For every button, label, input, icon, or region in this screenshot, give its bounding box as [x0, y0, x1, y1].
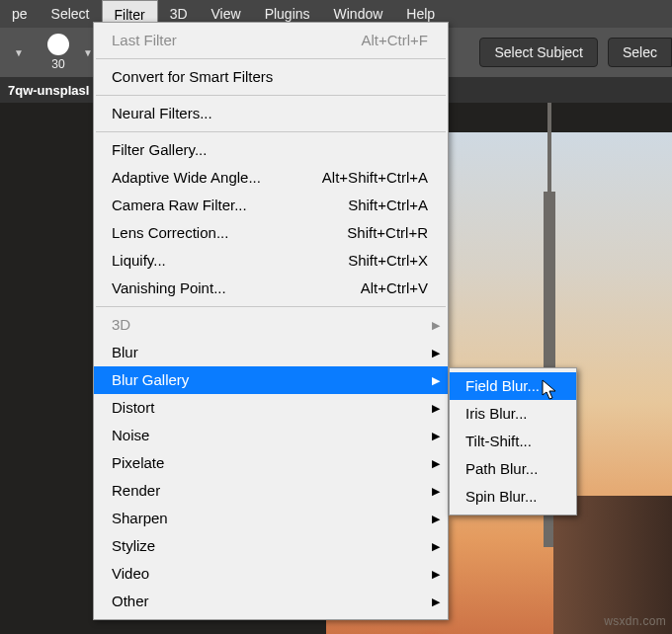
- chevron-right-icon: ▶: [432, 369, 440, 391]
- brush-size-label: 30: [51, 57, 64, 71]
- menu-item-label: Neural Filters...: [112, 103, 212, 124]
- menu-item-label: Filter Gallery...: [112, 139, 207, 161]
- blur-gallery-submenu: Field Blur...Iris Blur...Tilt-Shift...Pa…: [449, 367, 577, 515]
- filter-menu-item-liquify-[interactable]: Liquify...Shift+Ctrl+X: [94, 247, 448, 275]
- brush-preset[interactable]: 30: [47, 34, 69, 71]
- menu-separator: [96, 131, 446, 132]
- filter-menu-item-3d: 3D▶: [94, 311, 448, 339]
- menu-item-label: Other: [112, 591, 149, 612]
- chevron-down-icon[interactable]: ▼: [14, 47, 24, 58]
- filter-menu-item-filter-gallery-[interactable]: Filter Gallery...: [94, 136, 448, 164]
- menu-item-label: Blur: [112, 342, 138, 363]
- menu-item-label: Adaptive Wide Angle...: [112, 167, 261, 189]
- menu-item-shortcut: Alt+Ctrl+V: [361, 277, 428, 299]
- menu-item-label: Video: [112, 563, 149, 585]
- filter-menu-item-vanishing-point-[interactable]: Vanishing Point...Alt+Ctrl+V: [94, 275, 448, 302]
- filter-menu-item-camera-raw-filter-[interactable]: Camera Raw Filter...Shift+Ctrl+A: [94, 192, 448, 219]
- menu-item-label: Liquify...: [112, 250, 166, 272]
- filter-menu-item-lens-correction-[interactable]: Lens Correction...Shift+Ctrl+R: [94, 219, 448, 247]
- brush-preview-icon: [47, 34, 69, 55]
- filter-menu-item-distort[interactable]: Distort▶: [94, 394, 448, 422]
- menu-item-label: Noise: [112, 425, 149, 446]
- filter-menu-dropdown: Last FilterAlt+Ctrl+FConvert for Smart F…: [93, 22, 449, 620]
- filter-menu-item-blur-gallery[interactable]: Blur Gallery▶: [94, 366, 448, 394]
- filter-menu-item-other[interactable]: Other▶: [94, 588, 448, 615]
- chevron-right-icon: ▶: [432, 314, 440, 336]
- menu-item-shortcut: Shift+Ctrl+X: [348, 250, 428, 272]
- menu-item-label: Sharpen: [112, 508, 168, 529]
- filter-menu-item-video[interactable]: Video▶: [94, 560, 448, 588]
- menu-item-shortcut: Alt+Shift+Ctrl+A: [322, 167, 428, 189]
- submenu-item-spin-blur-[interactable]: Spin Blur...: [450, 483, 576, 511]
- chevron-right-icon: ▶: [432, 452, 440, 474]
- filter-menu-item-noise[interactable]: Noise▶: [94, 422, 448, 449]
- menu-item-label: Distort: [112, 397, 154, 419]
- submenu-item-path-blur-[interactable]: Path Blur...: [450, 455, 576, 483]
- submenu-item-iris-blur-[interactable]: Iris Blur...: [450, 400, 576, 428]
- document-tab[interactable]: 7qw-unsplasl: [2, 79, 95, 102]
- filter-menu-item-convert-for-smart-filters[interactable]: Convert for Smart Filters: [94, 63, 448, 91]
- submenu-item-tilt-shift-[interactable]: Tilt-Shift...: [450, 428, 576, 455]
- menu-item-label: Render: [112, 480, 160, 502]
- menu-item-shortcut: Alt+Ctrl+F: [361, 30, 428, 51]
- filter-menu-item-neural-filters-[interactable]: Neural Filters...: [94, 100, 448, 127]
- chevron-right-icon: ▶: [432, 563, 440, 585]
- filter-menu-item-pixelate[interactable]: Pixelate▶: [94, 449, 448, 477]
- menu-separator: [96, 306, 446, 307]
- menu-item-label: Last Filter: [112, 30, 177, 51]
- submenu-item-field-blur-[interactable]: Field Blur...: [450, 372, 576, 400]
- select-and-mask-button[interactable]: Selec: [608, 38, 672, 67]
- menu-item-label: Camera Raw Filter...: [112, 195, 247, 216]
- chevron-right-icon: ▶: [432, 342, 440, 363]
- filter-menu-item-render[interactable]: Render▶: [94, 477, 448, 505]
- select-subject-button[interactable]: Select Subject: [479, 38, 598, 67]
- menu-item-label: Pixelate: [112, 452, 164, 474]
- filter-menu-item-sharpen[interactable]: Sharpen▶: [94, 505, 448, 532]
- menu-item-label: Convert for Smart Filters: [112, 66, 273, 88]
- menu-separator: [96, 95, 446, 96]
- menubar-item-type[interactable]: pe: [0, 0, 40, 28]
- chevron-right-icon: ▶: [432, 480, 440, 502]
- menu-item-label: 3D: [112, 314, 130, 336]
- menu-separator: [96, 58, 446, 59]
- filter-menu-item-adaptive-wide-angle-[interactable]: Adaptive Wide Angle...Alt+Shift+Ctrl+A: [94, 164, 448, 192]
- menu-item-label: Blur Gallery: [112, 369, 189, 391]
- menu-item-label: Stylize: [112, 535, 155, 557]
- watermark: wsxdn.com: [604, 614, 666, 628]
- menu-item-label: Vanishing Point...: [112, 277, 226, 299]
- chevron-right-icon: ▶: [432, 535, 440, 557]
- chevron-right-icon: ▶: [432, 591, 440, 612]
- chevron-right-icon: ▶: [432, 425, 440, 446]
- menu-item-shortcut: Shift+Ctrl+A: [348, 195, 428, 216]
- filter-menu-item-last-filter: Last FilterAlt+Ctrl+F: [94, 27, 448, 54]
- chevron-right-icon: ▶: [432, 508, 440, 529]
- menu-item-label: Lens Correction...: [112, 222, 228, 244]
- chevron-right-icon: ▶: [432, 397, 440, 419]
- menu-item-shortcut: Shift+Ctrl+R: [347, 222, 428, 244]
- photo-building: [553, 496, 672, 634]
- filter-menu-item-stylize[interactable]: Stylize▶: [94, 532, 448, 560]
- filter-menu-item-blur[interactable]: Blur▶: [94, 339, 448, 366]
- chevron-down-icon[interactable]: ▼: [83, 47, 93, 58]
